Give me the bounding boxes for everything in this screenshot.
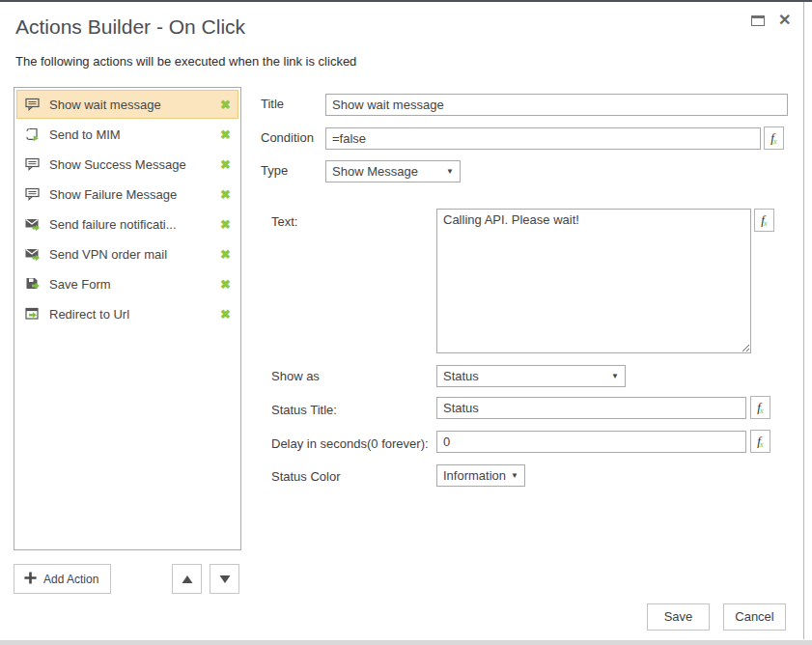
status-title-formula-button[interactable]: fx — [750, 396, 770, 419]
action-item-show-success-message[interactable]: Show Success Message ✖ — [16, 150, 238, 179]
type-label: Type — [261, 163, 288, 178]
title-input[interactable] — [325, 94, 788, 116]
title-label: Title — [261, 97, 284, 111]
arrow-up-icon — [182, 575, 193, 584]
delay-label: Delay in seconds(0 forever): — [271, 436, 429, 451]
delete-action-icon[interactable]: ✖ — [220, 217, 231, 232]
type-select[interactable]: Show Message ▼ — [325, 160, 461, 182]
action-item-label: Show wait message — [49, 98, 161, 112]
action-item-save-form[interactable]: Save Form ✖ — [16, 269, 238, 298]
delete-action-icon[interactable]: ✖ — [220, 98, 231, 112]
action-item-send-vpn-order-mail[interactable]: Send VPN order mail ✖ — [16, 239, 238, 268]
action-item-label: Show Success Message — [49, 157, 186, 172]
redirect-icon — [24, 306, 41, 322]
delay-input[interactable] — [436, 431, 746, 453]
delete-action-icon[interactable]: ✖ — [220, 127, 231, 142]
status-color-label: Status Color — [271, 469, 341, 484]
chevron-down-icon: ▼ — [511, 471, 518, 480]
condition-formula-button[interactable]: fx — [764, 126, 784, 150]
status-color-select-value: Information — [443, 468, 506, 483]
move-down-button[interactable] — [210, 564, 239, 594]
actions-list: Show wait message ✖ Send to MIM ✖ Show S… — [14, 87, 241, 550]
action-item-label: Show Failure Message — [49, 187, 177, 202]
delete-action-icon[interactable]: ✖ — [220, 307, 231, 322]
status-title-label: Status Title: — [271, 403, 337, 417]
action-item-label: Send failure notificati... — [49, 217, 177, 232]
move-up-button[interactable] — [172, 564, 202, 594]
status-color-select[interactable]: Information ▼ — [436, 464, 525, 487]
save-icon — [24, 276, 41, 292]
window-bottom-edge — [0, 640, 812, 645]
action-item-label: Redirect to Url — [49, 307, 129, 322]
cancel-button[interactable]: Cancel — [723, 603, 786, 631]
show-as-label: Show as — [271, 369, 320, 383]
save-button[interactable]: Save — [647, 603, 710, 631]
page-title: Actions Builder - On Click — [15, 15, 245, 39]
arrow-down-icon — [219, 575, 231, 584]
text-formula-button[interactable]: fx — [754, 209, 774, 232]
delay-formula-button[interactable]: fx — [750, 430, 770, 453]
add-action-button[interactable]: Add Action — [14, 564, 111, 594]
action-item-show-wait-message[interactable]: Show wait message ✖ — [16, 90, 238, 119]
restore-window-icon[interactable] — [751, 15, 765, 26]
condition-input[interactable] — [325, 127, 761, 150]
show-as-select[interactable]: Status ▼ — [436, 365, 626, 387]
show-as-select-value: Status — [443, 369, 479, 383]
add-action-label: Add Action — [43, 573, 98, 586]
mail-icon — [24, 216, 41, 232]
text-textarea[interactable]: Calling API. Please wait! — [436, 209, 751, 353]
window-top-edge — [0, 0, 812, 2]
window-right-edge — [803, 2, 804, 639]
close-icon[interactable]: ✕ — [778, 11, 791, 29]
message-icon — [24, 156, 41, 172]
action-item-show-failure-message[interactable]: Show Failure Message ✖ — [16, 180, 238, 209]
message-icon — [24, 186, 41, 202]
plus-icon — [23, 571, 38, 588]
action-item-send-failure-notification[interactable]: Send failure notificati... ✖ — [16, 210, 238, 238]
dialog-subtitle: The following actions will be executed w… — [15, 54, 356, 69]
text-label: Text: — [271, 214, 297, 229]
delete-action-icon[interactable]: ✖ — [220, 157, 231, 172]
condition-label: Condition — [261, 130, 314, 145]
action-item-redirect-to-url[interactable]: Redirect to Url ✖ — [16, 299, 238, 328]
delete-action-icon[interactable]: ✖ — [220, 187, 231, 202]
chevron-down-icon: ▼ — [446, 167, 454, 176]
send-icon — [24, 126, 41, 142]
action-item-send-to-mim[interactable]: Send to MIM ✖ — [16, 120, 238, 149]
action-item-label: Save Form — [49, 277, 111, 292]
mail-icon — [24, 246, 41, 262]
status-title-input[interactable] — [436, 397, 746, 419]
action-item-label: Send to MIM — [49, 127, 121, 142]
message-icon — [24, 97, 41, 112]
delete-action-icon[interactable]: ✖ — [220, 247, 231, 262]
action-item-label: Send VPN order mail — [49, 247, 167, 262]
type-select-value: Show Message — [332, 164, 418, 179]
chevron-down-icon: ▼ — [611, 372, 619, 380]
delete-action-icon[interactable]: ✖ — [220, 277, 231, 292]
actions-builder-dialog: ✕ Actions Builder - On Click The followi… — [0, 0, 812, 645]
